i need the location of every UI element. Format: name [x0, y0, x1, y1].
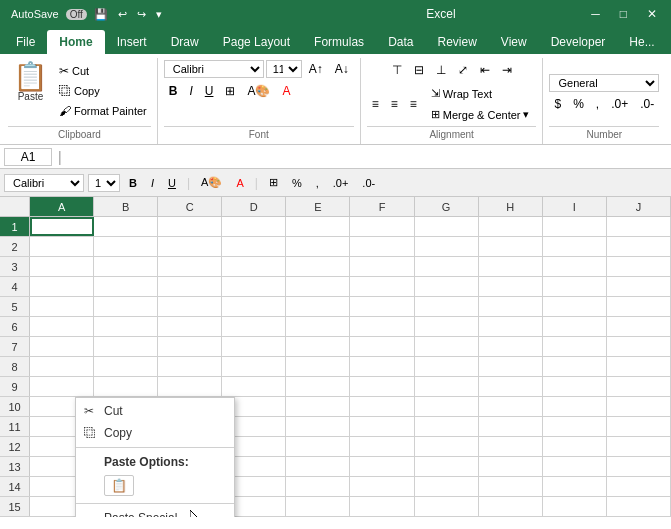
cell-e8[interactable]: [286, 357, 350, 376]
paste-option-clipboard[interactable]: 📋: [104, 475, 134, 496]
col-header-i[interactable]: I: [543, 197, 607, 216]
cell-a4[interactable]: [30, 277, 94, 296]
cell-i2[interactable]: [543, 237, 607, 256]
cell-j3[interactable]: [607, 257, 671, 276]
col-header-g[interactable]: G: [415, 197, 479, 216]
mini-font-color-button[interactable]: A: [231, 175, 248, 191]
format-painter-button[interactable]: 🖌 Format Painter: [55, 102, 151, 120]
comma-button[interactable]: ,: [591, 95, 604, 113]
cell-b8[interactable]: [94, 357, 158, 376]
cell-c7[interactable]: [158, 337, 222, 356]
tab-formulas[interactable]: Formulas: [302, 30, 376, 54]
cell-d4[interactable]: [222, 277, 286, 296]
formula-input[interactable]: [68, 150, 667, 164]
redo-icon[interactable]: ↪: [134, 7, 149, 22]
cell-i6[interactable]: [543, 317, 607, 336]
cell-e10[interactable]: [286, 397, 350, 416]
cell-e15[interactable]: [286, 497, 350, 516]
cell-d6[interactable]: [222, 317, 286, 336]
cell-g11[interactable]: [415, 417, 479, 436]
tab-insert[interactable]: Insert: [105, 30, 159, 54]
cell-i9[interactable]: [543, 377, 607, 396]
cell-d5[interactable]: [222, 297, 286, 316]
cell-i1[interactable]: [543, 217, 607, 236]
cell-g6[interactable]: [415, 317, 479, 336]
cell-e5[interactable]: [286, 297, 350, 316]
mini-italic-button[interactable]: I: [146, 175, 159, 191]
cell-g3[interactable]: [415, 257, 479, 276]
cell-h4[interactable]: [479, 277, 543, 296]
percent-button[interactable]: %: [568, 95, 589, 113]
col-header-j[interactable]: J: [607, 197, 671, 216]
cell-f13[interactable]: [350, 457, 414, 476]
cell-i8[interactable]: [543, 357, 607, 376]
currency-button[interactable]: $: [549, 95, 566, 113]
align-center-button[interactable]: ≡: [386, 94, 403, 114]
indent-increase-button[interactable]: ⇥: [497, 60, 517, 80]
cell-f6[interactable]: [350, 317, 414, 336]
cell-h5[interactable]: [479, 297, 543, 316]
mini-underline-button[interactable]: U: [163, 175, 181, 191]
align-bottom-button[interactable]: ⊥: [431, 60, 451, 80]
cell-g13[interactable]: [415, 457, 479, 476]
align-top-button[interactable]: ⊤: [387, 60, 407, 80]
col-header-b[interactable]: B: [94, 197, 158, 216]
cell-reference-box[interactable]: [4, 148, 52, 166]
cell-a9[interactable]: [30, 377, 94, 396]
cell-f4[interactable]: [350, 277, 414, 296]
cell-h15[interactable]: [479, 497, 543, 516]
align-left-button[interactable]: ≡: [367, 94, 384, 114]
cell-i3[interactable]: [543, 257, 607, 276]
cell-g2[interactable]: [415, 237, 479, 256]
fill-color-button[interactable]: A🎨: [242, 82, 275, 100]
paste-button[interactable]: 📋 Paste: [8, 60, 53, 105]
cell-e11[interactable]: [286, 417, 350, 436]
cell-h2[interactable]: [479, 237, 543, 256]
cell-b6[interactable]: [94, 317, 158, 336]
indent-decrease-button[interactable]: ⇤: [475, 60, 495, 80]
cell-b3[interactable]: [94, 257, 158, 276]
tab-help[interactable]: He...: [617, 30, 666, 54]
cell-g5[interactable]: [415, 297, 479, 316]
tab-draw[interactable]: Draw: [159, 30, 211, 54]
cell-h8[interactable]: [479, 357, 543, 376]
cell-h1[interactable]: [479, 217, 543, 236]
cell-e7[interactable]: [286, 337, 350, 356]
cell-j4[interactable]: [607, 277, 671, 296]
tab-view[interactable]: View: [489, 30, 539, 54]
cell-c2[interactable]: [158, 237, 222, 256]
more-qa-icon[interactable]: ▾: [153, 7, 165, 22]
bold-button[interactable]: B: [164, 82, 183, 100]
cell-i15[interactable]: [543, 497, 607, 516]
text-direction-button[interactable]: ⤢: [453, 60, 473, 80]
cell-j2[interactable]: [607, 237, 671, 256]
cell-g1[interactable]: [415, 217, 479, 236]
cell-e13[interactable]: [286, 457, 350, 476]
cell-j11[interactable]: [607, 417, 671, 436]
cell-a7[interactable]: [30, 337, 94, 356]
cell-c8[interactable]: [158, 357, 222, 376]
close-button[interactable]: ✕: [641, 5, 663, 23]
tab-home[interactable]: Home: [47, 30, 104, 54]
cell-f15[interactable]: [350, 497, 414, 516]
mini-font-select[interactable]: Calibri: [4, 174, 84, 192]
cell-c6[interactable]: [158, 317, 222, 336]
cell-c5[interactable]: [158, 297, 222, 316]
font-color-button[interactable]: A: [277, 82, 295, 100]
cell-i4[interactable]: [543, 277, 607, 296]
cell-c3[interactable]: [158, 257, 222, 276]
cell-a8[interactable]: [30, 357, 94, 376]
decimal-decrease-button[interactable]: .0-: [635, 95, 659, 113]
cell-f5[interactable]: [350, 297, 414, 316]
cell-f2[interactable]: [350, 237, 414, 256]
cell-b9[interactable]: [94, 377, 158, 396]
cell-e6[interactable]: [286, 317, 350, 336]
mini-bold-button[interactable]: B: [124, 175, 142, 191]
copy-button[interactable]: ⿻ Copy: [55, 82, 151, 100]
cell-g7[interactable]: [415, 337, 479, 356]
mini-border-button[interactable]: ⊞: [264, 174, 283, 191]
cell-a2[interactable]: [30, 237, 94, 256]
cell-g4[interactable]: [415, 277, 479, 296]
cell-i5[interactable]: [543, 297, 607, 316]
cell-j5[interactable]: [607, 297, 671, 316]
